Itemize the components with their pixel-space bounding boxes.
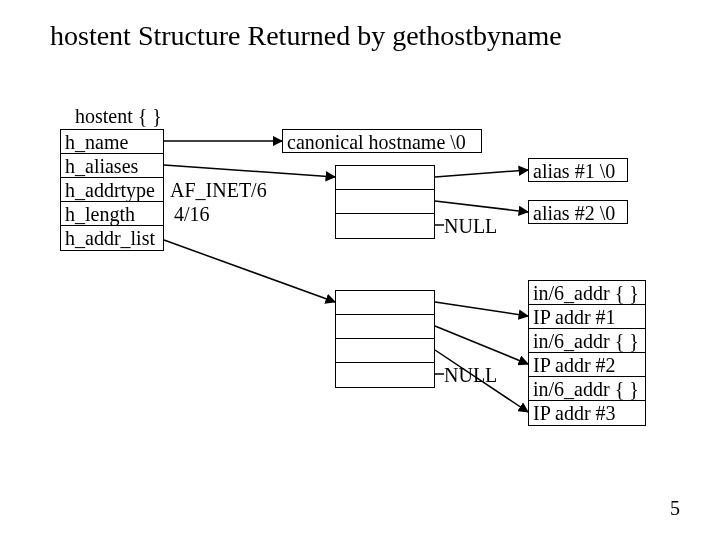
diagram-arrows [0,0,720,540]
alias1-text: alias #1 \0 [529,159,627,183]
slide: hostent Structure Returned by gethostbyn… [0,0,720,540]
in6addr-list-box: in/6_addr { } IP addr #1 in/6_addr { } I… [528,280,646,426]
addrtype-value: AF_INET/6 [170,179,267,202]
svg-line-7 [435,326,528,364]
addr-ptr-0 [336,291,434,315]
field-h-aliases: h_aliases [61,154,163,178]
in6addr-row-0: in/6_addr { } [529,281,645,305]
svg-line-3 [435,170,528,177]
length-value: 4/16 [174,203,210,226]
addr-ptr-3 [336,363,434,387]
addr-ptr-1 [336,315,434,339]
svg-line-2 [164,240,335,302]
field-h-addr-list: h_addr_list [61,226,163,250]
field-h-addrtype: h_addrtype [61,178,163,202]
slide-title: hostent Structure Returned by gethostbyn… [50,20,562,52]
field-h-length: h_length [61,202,163,226]
field-h-name: h_name [61,130,163,154]
alias2-box: alias #2 \0 [528,200,628,224]
in6addr-row-1: IP addr #1 [529,305,645,329]
addr-pointer-array [335,290,435,388]
alias-null-label: NULL [444,215,497,238]
page-number: 5 [670,497,680,520]
alias-ptr-2 [336,214,434,238]
struct-caption: hostent { } [75,105,162,128]
svg-line-6 [435,302,528,316]
in6addr-row-4: in/6_addr { } [529,377,645,401]
hostent-struct-box: h_name h_aliases h_addrtype h_length h_a… [60,129,164,251]
svg-line-4 [435,201,528,212]
addr-null-label: NULL [444,364,497,387]
in6addr-row-5: IP addr #3 [529,401,645,425]
addr-ptr-2 [336,339,434,363]
alias1-box: alias #1 \0 [528,158,628,182]
svg-line-1 [164,165,335,177]
alias-ptr-0 [336,166,434,190]
in6addr-row-2: in/6_addr { } [529,329,645,353]
alias-pointer-array [335,165,435,239]
alias2-text: alias #2 \0 [529,201,627,225]
canonical-hostname-box: canonical hostname \0 [282,129,482,153]
canonical-hostname-text: canonical hostname \0 [283,130,481,154]
in6addr-row-3: IP addr #2 [529,353,645,377]
alias-ptr-1 [336,190,434,214]
